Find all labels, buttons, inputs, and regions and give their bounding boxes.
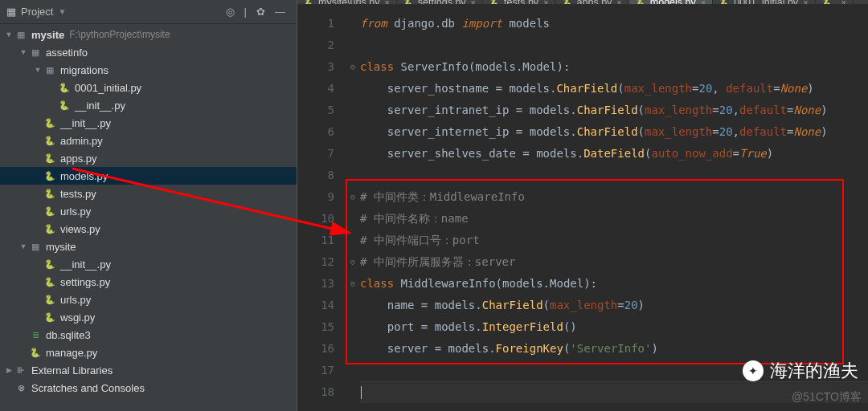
project-sidebar: ▦Project▼ ◎ | ✿ — ▼▦mysiteF:\pythonProje… [0,0,297,411]
database-icon: ≣ [29,328,42,341]
collapse-icon[interactable]: — [270,4,290,19]
folder-icon: ▦ [14,28,27,41]
target-icon[interactable]: ◎ [221,4,240,19]
python-file-icon: 🐍 [43,152,56,165]
editor-tab[interactable]: 🐍models.py× [629,0,713,4]
tree-item[interactable]: 🐍__init__.py [0,96,297,114]
editor-tab[interactable]: 🐍tests.py× [483,0,556,4]
tree-item[interactable]: 🐍urls.py [0,202,297,220]
python-file-icon: 🐍 [43,293,56,306]
gear-icon[interactable]: ✿ [252,4,270,19]
python-file-icon: 🐍 [43,169,56,182]
editor-tab[interactable]: 🐍apps.py× [556,0,629,4]
python-file-icon: 🐍 [43,205,56,218]
watermark: ✦ 海洋的渔夫 [743,359,858,383]
tree-item[interactable]: ⊗Scratches and Consoles [0,379,297,397]
folder-icon: ▦ [29,240,42,253]
tree-root[interactable]: ▼▦mysiteF:\pythonProject\mysite [0,26,297,43]
python-file-icon: 🐍 [43,258,56,271]
editor-tab[interactable]: 🐍settings.py× [397,0,483,4]
code-content[interactable]: from django.db import modelsclass Server… [360,5,868,411]
tree-item[interactable]: 🐍admin.py [0,132,297,149]
folder-icon: ▦ [43,63,56,76]
project-tree[interactable]: ▼▦mysiteF:\pythonProject\mysite▼▦assetin… [0,24,297,411]
tree-item[interactable]: 🐍views.py [0,220,297,238]
code-area[interactable]: 123456789101112131415161718 ⊖⊖⊖⊖ from dj… [297,5,868,411]
scratch-icon: ⊗ [14,381,27,394]
wechat-icon: ✦ [743,360,764,381]
tree-item[interactable]: 🐍apps.py [0,149,297,167]
tree-item[interactable]: 🐍0001_initial.py [0,79,297,96]
editor-tab[interactable]: 🐍0001_initial.py× [713,0,815,4]
tree-item[interactable]: 🐍urls.py [0,291,297,308]
tree-item[interactable]: 🐍manage.py [0,344,297,361]
python-file-icon: 🐍 [43,134,56,147]
python-file-icon: 🐍 [58,99,71,112]
python-file-icon: 🐍 [43,222,56,235]
line-gutter: 123456789101112131415161718 [297,5,346,411]
tree-item[interactable]: 🐍__init__.py [0,255,297,273]
python-file-icon: 🐍 [29,346,42,359]
tree-item[interactable]: ▼▦mysite [0,238,297,255]
python-file-icon: 🐍 [43,275,56,288]
tree-item[interactable]: 🐍models.py [0,167,297,185]
folder-icon: ▦ [29,46,42,59]
tree-item[interactable]: 🐍__init__.py [0,114,297,132]
sidebar-title[interactable]: ▦Project▼ [6,6,221,18]
tree-item[interactable]: ▶⊪External Libraries [0,361,297,379]
python-file-icon: 🐍 [58,81,71,94]
fold-column[interactable]: ⊖⊖⊖⊖ [346,5,360,411]
tree-item[interactable]: ▼▦assetinfo [0,43,297,61]
library-icon: ⊪ [14,364,27,376]
chevron-down-icon: ▼ [58,7,66,16]
watermark-sub: @51CTO博客 [792,390,862,405]
tree-item[interactable]: ≣db.sqlite3 [0,326,297,344]
python-file-icon: 🐍 [43,187,56,200]
tree-item[interactable]: 🐍settings.py [0,273,297,291]
divider: | [240,4,252,19]
tree-item[interactable]: 🐍tests.py [0,185,297,202]
tree-item[interactable]: 🐍wsgi.py [0,308,297,326]
editor-tab[interactable]: 🐍mysite\urls.py× [297,0,397,4]
sidebar-header: ▦Project▼ ◎ | ✿ — [0,0,297,24]
python-file-icon: 🐍 [43,311,56,324]
tree-item[interactable]: ▼▦migrations [0,61,297,79]
editor-tab[interactable]: 🐍× [816,0,854,4]
python-file-icon: 🐍 [43,116,56,129]
editor-pane: 🐍mysite\urls.py×🐍settings.py×🐍tests.py×🐍… [297,0,868,411]
